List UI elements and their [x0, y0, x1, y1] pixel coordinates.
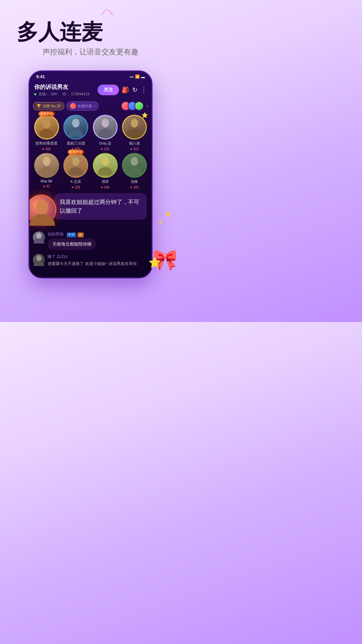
viewer-avatar-3	[134, 101, 144, 111]
user-name-3: Only.染	[92, 141, 119, 146]
svg-point-3	[68, 129, 83, 137]
heart-icon-3: ♥	[101, 147, 103, 151]
svg-point-10	[72, 157, 79, 166]
online-dot	[34, 93, 36, 95]
user-avatar-7	[93, 153, 118, 178]
header-action-icons: 🎒 ↻ ⋮	[122, 86, 147, 94]
status-bar: 9:41 ▪▪▪ 📶 ▬	[29, 71, 152, 80]
expand-arrow-icon[interactable]: ›	[146, 103, 148, 109]
svg-point-12	[102, 157, 109, 166]
deco-star-2: ★	[158, 219, 163, 225]
svg-point-20	[36, 255, 42, 261]
tags-bar: 🏆 日榜 No.20 在线列表 › ›	[29, 99, 152, 113]
users-grid: 欧星护场 想和你看星星 ♥ 392 蛋糕三分甜	[29, 113, 152, 191]
message-avatar-2	[33, 254, 45, 266]
heart-icon-5: ♥	[43, 184, 45, 188]
likes-count-7: 240	[104, 185, 110, 189]
svg-point-6	[131, 119, 138, 127]
user-avatar-8	[122, 153, 147, 178]
likes-count-8: 162	[133, 185, 139, 189]
online-list-avatar	[70, 103, 76, 109]
svg-point-13	[98, 167, 113, 175]
user-likes-3: ♥ 215	[101, 147, 110, 151]
svg-point-17	[29, 214, 55, 226]
room-id-label: ID：	[63, 92, 70, 96]
battery-icon: ▬	[141, 75, 145, 79]
user-card-1[interactable]: 欧星护场 想和你看星星 ♥ 392	[33, 115, 60, 151]
svg-point-14	[131, 157, 138, 166]
svg-point-2	[72, 119, 79, 127]
svg-point-21	[34, 261, 44, 266]
message-content-2: 睡了 ZzZzz @露露今天不迷路了 欢迎小姐姐~ 诉说男友在等你	[48, 254, 137, 267]
user-card-3[interactable]: Only.染 ♥ 215	[92, 115, 119, 151]
likes-count-5: 43	[46, 184, 50, 188]
likes-count-4: 322	[133, 147, 139, 151]
svg-point-15	[127, 167, 142, 175]
heart-icon-1: ♥	[42, 147, 44, 151]
likes-count-3: 215	[104, 147, 110, 151]
user-name-1: 想和你看星星	[33, 141, 60, 146]
user-avatar-wrap-6: 欧星护场	[63, 153, 88, 178]
user-likes-4: ♥ 322	[130, 147, 139, 151]
heart-icon-8: ♥	[130, 185, 132, 189]
user-card-6[interactable]: 欧星护场 K.北辰 ♥ 233	[62, 153, 90, 189]
phone-mockup-wrapper: 9:41 ▪▪▪ 📶 ▬ 你的诉说男友 在线： 324 ID： 17294412…	[0, 70, 181, 278]
room-id: 172944123	[71, 92, 89, 96]
online-count: 324	[51, 92, 57, 96]
user-avatar-wrap-1: 欧星护场	[34, 115, 59, 140]
likes-count-6: 233	[74, 185, 80, 189]
speech-bubble-section: 我喜欢姐姐超过两分钟了，不可以撤回了	[29, 191, 152, 228]
user-avatar-5	[34, 153, 59, 178]
message-text-1: 天南海北都能陪你聊	[48, 238, 96, 250]
star-badge-4: ⭐	[141, 112, 148, 118]
user-name-7: 清辞	[92, 179, 119, 184]
sub-title: 声控福利，让语音交友更有趣	[10, 47, 171, 57]
floating-user-avatar	[28, 195, 56, 225]
user-avatar-wrap-7	[93, 153, 118, 178]
spark-decoration: ／＼	[101, 7, 113, 17]
chat-message-2: 睡了 ZzZzz @露露今天不迷路了 欢迎小姐姐~ 诉说男友在等你	[33, 254, 148, 267]
message-avatar-1	[33, 231, 45, 244]
phone-mockup: 9:41 ▪▪▪ 📶 ▬ 你的诉说男友 在线： 324 ID： 17294412…	[28, 70, 153, 278]
message-username-1: 你的男孩 ♥ 26 橙	[48, 231, 96, 237]
crown-badge-1: 欧星护场	[39, 111, 55, 116]
message-badges-1: ♥ 26 橙	[67, 232, 84, 237]
message-username-2: 睡了 ZzZzz	[48, 254, 137, 260]
room-meta: 在线： 324 ID： 172944123	[34, 92, 95, 97]
user-avatar-wrap-8	[122, 153, 147, 178]
user-card-8[interactable]: 池鱼 ♥ 162	[121, 153, 148, 189]
user-name-8: 池鱼	[121, 179, 148, 184]
bag-icon[interactable]: 🎒	[122, 86, 129, 94]
user-name-4: 猫八抓	[121, 141, 148, 146]
svg-point-19	[34, 238, 44, 244]
room-header: 你的诉说男友 在线： 324 ID： 172944123 关注 🎒 ↻ ⋮	[29, 80, 152, 99]
more-icon[interactable]: ⋮	[141, 86, 147, 94]
user-card-4[interactable]: ⭐ 猫八抓 ♥ 322	[121, 115, 148, 151]
user-avatar-6	[63, 153, 88, 178]
follow-button[interactable]: 关注	[98, 85, 119, 95]
online-list-tag[interactable]: 在线列表 ›	[66, 101, 99, 111]
user-name-5: Rita Mr	[33, 179, 60, 183]
user-card-7[interactable]: 清辞 ♥ 240	[92, 153, 119, 189]
chat-messages: 你的男孩 ♥ 26 橙 天南海北都能陪你聊 睡了 ZzZzz	[29, 228, 152, 267]
badge-level-1: ♥ 26	[67, 232, 76, 237]
heart-icon-6: ♥	[71, 185, 73, 189]
user-likes-1: ♥ 392	[42, 147, 51, 151]
user-avatar-4	[122, 115, 147, 140]
rank-tag[interactable]: 🏆 日榜 No.20	[33, 102, 64, 110]
refresh-icon[interactable]: ↻	[132, 86, 137, 94]
likes-count-1: 392	[45, 147, 51, 151]
user-name-2: 蛋糕三分甜	[62, 141, 89, 146]
user-avatar-1	[34, 115, 59, 140]
user-card-2[interactable]: 蛋糕三分甜 ♥ 420	[62, 115, 90, 151]
user-likes-7: ♥ 240	[101, 185, 110, 189]
hero-section: ／＼ 多人连麦 声控福利，让语音交友更有趣	[0, 0, 181, 64]
user-avatar-3	[93, 115, 118, 140]
user-card-5[interactable]: Rita Mr ♥ 43	[33, 153, 60, 189]
message-reply-2: @露露今天不迷路了 欢迎小姐姐~ 诉说男友在等你	[48, 261, 137, 267]
svg-point-4	[102, 119, 109, 127]
deco-star-1: ★	[165, 210, 171, 218]
svg-point-16	[36, 200, 48, 215]
svg-point-0	[43, 119, 51, 128]
message-content-1: 你的男孩 ♥ 26 橙 天南海北都能陪你聊	[48, 231, 96, 250]
